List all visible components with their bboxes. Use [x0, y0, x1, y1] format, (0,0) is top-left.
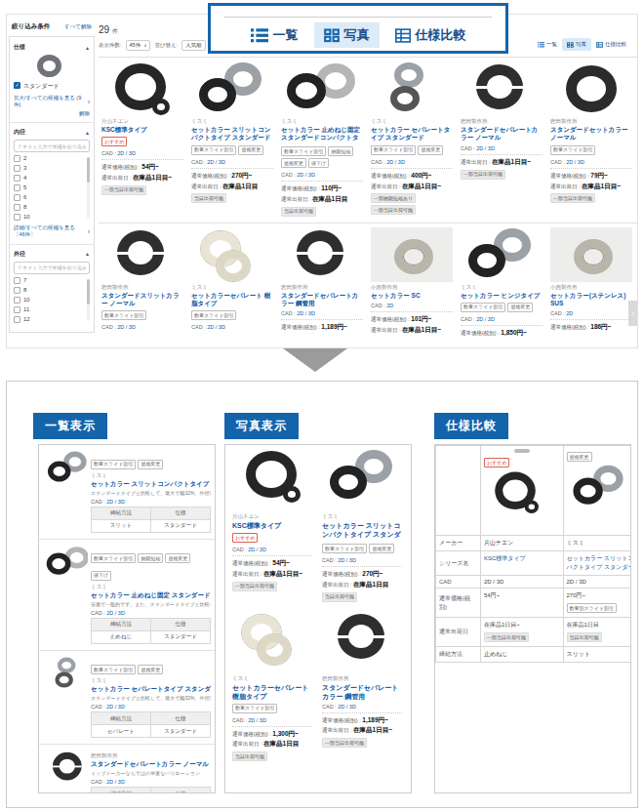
cad-link[interactable]: 2D / 3D	[248, 547, 266, 552]
view-list-button-large[interactable]: 一覧	[241, 22, 308, 48]
collapse-icon[interactable]: ▲	[85, 130, 90, 136]
view-compare-button[interactable]: 仕様比較	[591, 38, 631, 51]
product-card[interactable]: 片山チエン KSC標準タイプ おすすめ CAD : 2D / 3D 通常価格(税…	[227, 449, 317, 603]
filter-option[interactable]: 6	[14, 194, 85, 201]
product-card[interactable]: 岩田製作所 スタンダードセパレートカラー ノーマル CAD : 2D / 3D …	[458, 61, 547, 218]
cad-link[interactable]: 2D / 3D	[106, 610, 125, 616]
filter-option[interactable]: 12	[14, 316, 85, 323]
product-link[interactable]: セットカラー 止めねじ固定 スタンダードコンパクトタイプ	[91, 591, 211, 600]
cad-link[interactable]: 2D / 3D	[386, 159, 405, 165]
clear-all-link[interactable]: すべて解除	[64, 23, 92, 30]
product-link[interactable]: KSC標準タイプ	[101, 126, 183, 134]
cad-link[interactable]: 2D	[566, 310, 573, 316]
filter-option[interactable]: 2	[14, 155, 85, 162]
view-photo-button[interactable]: 写真	[562, 38, 591, 51]
product-link[interactable]: スタンダードセパレートカラー 鋼管用	[322, 683, 402, 701]
cad-link[interactable]: 2D / 3D	[338, 557, 356, 563]
spec-clear-link[interactable]: 解除	[79, 110, 90, 116]
product-link[interactable]: スタンダードスリットカラー ノーマル	[101, 292, 183, 308]
product-link[interactable]: スタンダードセパレートカラー ノーマル	[91, 760, 211, 769]
collapse-icon[interactable]: ▲	[85, 45, 90, 51]
series-link[interactable]: セットカラー スリットコンパクトタイプ スタンダード	[563, 551, 631, 576]
inner-dia-more-link[interactable]: 詳細/すべての候補を見る 〔46件〕 ›	[14, 224, 90, 238]
scrollbar-thumb[interactable]	[87, 157, 90, 183]
filter-option[interactable]: 7	[14, 277, 85, 284]
view-list-button[interactable]: 一覧	[533, 38, 562, 51]
product-card[interactable]: ミスミ セットカラー セパレートタイプ スタンダード 数量スライド割引規格変更 …	[368, 61, 458, 218]
inner-dia-filter-input[interactable]: テキスト入力で候補を絞り込み	[14, 140, 90, 152]
checkbox[interactable]	[14, 204, 20, 211]
carousel-arrow-button[interactable]: ‹	[628, 301, 637, 326]
cad-link[interactable]: 2D	[386, 303, 393, 308]
filter-option[interactable]: 10	[14, 297, 85, 304]
outer-dia-filter-input[interactable]: テキスト入力で候補を絞り込み	[14, 262, 90, 274]
compare-product-cell[interactable]: 規格変更	[563, 446, 631, 536]
cad-link[interactable]: 2D / 3D	[106, 704, 125, 710]
product-card[interactable]: ミスミ セットカラー スリットコンパクトタイプ スタンダード 数量スライド割引規…	[317, 449, 407, 603]
cad-link[interactable]: 2D / 3D	[248, 717, 266, 723]
spec-option-standard[interactable]: ✓ スタンダード	[14, 82, 90, 91]
product-link[interactable]: セットカラー(ステンレス) SUS	[550, 292, 632, 308]
compare-product-cell[interactable]: おすすめ	[481, 446, 564, 536]
product-link[interactable]: セットカラー セパレートタイプ スタンダード	[91, 685, 211, 694]
product-card[interactable]: ミスミ セットカラー 止めねじ固定 スタンダードコンパクトタイプ 数量スライド割…	[278, 61, 368, 218]
cad-link[interactable]: 2D / 3D	[566, 159, 584, 165]
product-link[interactable]: セットカラー セパレートタイプ スタンダード	[371, 126, 453, 142]
filter-option[interactable]: 5	[14, 184, 85, 191]
view-compare-button-large[interactable]: 仕様比較	[385, 22, 476, 48]
checkbox-checked[interactable]: ✓	[14, 82, 20, 89]
spec-more-link[interactable]: 拡大/すべての候補を見る (9件) ›	[14, 95, 90, 108]
cad-link[interactable]: 2D / 3D	[476, 316, 495, 322]
product-card[interactable]: ミスミ セットカラーセパレート 樹脂タイプ 数量スライド割引 CAD : 2D …	[227, 611, 317, 763]
cad-link[interactable]: 2D / 3D	[297, 310, 315, 316]
product-link[interactable]: セットカラー スリットコンパクトタイプ スタンダード	[191, 126, 273, 142]
per-page-select[interactable]: 45件∨	[126, 40, 151, 51]
product-link[interactable]: スタンダードセパレートカラー ノーマル	[461, 126, 543, 142]
cad-link[interactable]: 2D / 3D	[106, 779, 125, 785]
product-link[interactable]: スタンダードセパレートカラー 鋼管用	[281, 292, 363, 308]
list-item[interactable]: 岩田製作所 スタンダードセパレートカラー ノーマル トップメーカーならではの豊富…	[39, 745, 215, 793]
checkbox[interactable]	[14, 287, 20, 294]
list-item[interactable]: 数量スライド割引納期短縮規格変更値下げ ミスミ セットカラー 止めねじ固定 スタ…	[39, 540, 215, 651]
filter-option[interactable]: 3	[14, 165, 85, 172]
checkbox[interactable]	[14, 194, 20, 201]
product-card[interactable]: 岩田製作所 スタンダードセパレートカラー 鋼管用 CAD : 2D / 3D 通…	[317, 611, 407, 763]
checkbox[interactable]	[14, 155, 20, 162]
view-photo-button-large[interactable]: 写真	[314, 22, 380, 48]
collapse-icon[interactable]: ▲	[85, 251, 90, 257]
product-link[interactable]: セットカラーセパレート 樹脂タイプ	[232, 683, 312, 701]
cad-link[interactable]: 2D / 3D	[106, 499, 125, 505]
checkbox[interactable]	[14, 165, 20, 172]
filter-option[interactable]: 11	[14, 306, 85, 313]
product-link[interactable]: セットカラーセパレート 樹脂タイプ	[191, 292, 273, 308]
product-card[interactable]: 小西製作所 セットカラー SC CAD : 2D 通常価格(税別) : 101円…	[368, 227, 458, 340]
checkbox[interactable]	[14, 214, 20, 221]
drag-handle[interactable]	[514, 449, 530, 453]
product-card[interactable]: ミスミ セットカラーセパレート 樹脂タイプ 数量スライド割引 CAD : 2D …	[188, 227, 278, 340]
checkbox[interactable]	[14, 175, 20, 182]
filter-option[interactable]: 8	[14, 204, 85, 211]
series-link[interactable]: KSC標準タイプ	[481, 551, 564, 576]
filter-option[interactable]: 8	[14, 287, 85, 294]
product-link[interactable]: セットカラー スリットコンパクトタイプ スタンダード	[91, 480, 211, 489]
product-card[interactable]: 岩田製作所 スタンダードセパレートカラー 鋼管用 CAD : 2D / 3D 通…	[278, 227, 368, 340]
product-card[interactable]: ミスミ セットカラー スリットコンパクトタイプ スタンダード 数量スライド割引規…	[188, 61, 278, 218]
product-card[interactable]: ミスミ セットカラー ヒンジタイプ 数量スライド割引規格変更 CAD : 2D …	[458, 227, 547, 340]
checkbox[interactable]	[14, 297, 20, 304]
product-link[interactable]: スタンダードセットカラー ノーマル	[550, 126, 632, 142]
scrollbar-thumb[interactable]	[87, 279, 90, 304]
product-card[interactable]: 岩田製作所 スタンダードスリットカラー ノーマル 数量スライド割引 CAD : …	[99, 227, 188, 340]
product-link[interactable]: セットカラー ヒンジタイプ	[461, 292, 543, 300]
product-card[interactable]: 片山チエン KSC標準タイプ おすすめ CAD : 2D / 3D 通常価格(税…	[99, 61, 188, 218]
product-link[interactable]: セットカラー SC	[371, 292, 453, 300]
cad-link[interactable]: 2D / 3D	[207, 159, 225, 165]
cad-link[interactable]: 2D / 3D	[207, 324, 225, 330]
list-item[interactable]: 数量スライド割引規格変更 ミスミ セットカラー スリットコンパクトタイプ スタン…	[39, 445, 215, 540]
checkbox[interactable]	[14, 316, 20, 323]
product-link[interactable]: セットカラー 止めねじ固定 スタンダードコンパクトタイプ	[281, 126, 363, 143]
filter-option[interactable]: 10	[14, 214, 85, 221]
filter-option[interactable]: 4	[14, 175, 85, 182]
checkbox[interactable]	[14, 184, 20, 191]
product-link[interactable]: KSC標準タイプ	[232, 521, 312, 530]
product-card[interactable]: 岩田製作所 スタンダードセットカラー ノーマル 数量スライド割引 CAD : 2…	[547, 61, 637, 218]
